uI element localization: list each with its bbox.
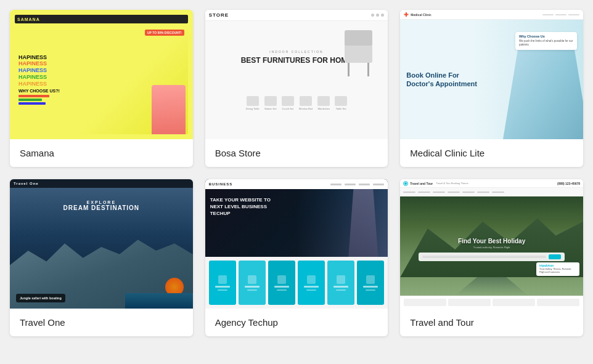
- tour-search-field: [422, 256, 546, 258]
- bosa-chair-leg-left: [348, 63, 350, 76]
- samana-hap-4: HAPINESS: [18, 74, 60, 81]
- tour-filter-duration: [493, 299, 535, 306]
- samana-why-text: WHY CHOOSE US?!: [18, 89, 60, 93]
- travel-one-label: Travel One: [10, 309, 193, 336]
- med-cross-icon: ✚: [404, 12, 409, 18]
- thumbnail-bosa-store: STORE INDOOR COLLECTION BEST FURNITURES …: [205, 10, 388, 139]
- thumbnail-agency-techup: BUSINESS TAKE YOUR WEBSITE TO NEXT LEVEL…: [205, 179, 388, 309]
- tour-booking-card: tripadvisor Tours Gallery, Themes, Roman…: [536, 262, 579, 276]
- tour-booking-title: tripadvisor: [539, 264, 576, 267]
- agency-svc-3: [268, 261, 295, 305]
- thumbnail-travel-one: Travel One EXPLORE DREAM DESTINATION Jun…: [10, 179, 193, 309]
- tour-filter-budget: [537, 299, 579, 306]
- agency-techup-label: Agency Techup: [205, 309, 388, 336]
- med-card-text: We push the limits of what's possible fo…: [519, 39, 573, 47]
- thumbnail-samana: SAMANA HAPINESS HAPINESS HAPINESS HAPINE…: [10, 10, 193, 139]
- tour-logo-text: Travel and Tour: [410, 182, 433, 185]
- theme-grid: SAMANA HAPINESS HAPINESS HAPINESS HAPINE…: [10, 10, 583, 336]
- agency-nav-link-3: [359, 184, 370, 185]
- agency-svc-4: [298, 261, 325, 305]
- bosa-icons-row: Dining Table Station Set Couch Set Windo…: [246, 96, 347, 110]
- tour-filter-destination: [404, 299, 446, 306]
- bosa-nav-dot-3: [381, 14, 384, 17]
- samana-hap-3: HAPINESS: [18, 67, 60, 74]
- samana-badge: UP TO 50% DISCOUNT!: [145, 30, 184, 36]
- samana-row-quality: [18, 95, 49, 97]
- samana-hap-1: HAPINESS: [18, 54, 60, 61]
- card-medical-clinic-lite[interactable]: ✚ Medical Clinic Book Online For Doctor'…: [400, 10, 583, 167]
- samana-model-decoration: [152, 85, 186, 134]
- bosa-nav-dot-2: [376, 14, 379, 17]
- travelone-safari-card: Jungle safari with boating: [16, 294, 65, 302]
- agency-svc-2: [239, 261, 266, 305]
- samana-logo-text: SAMANA: [17, 17, 40, 22]
- tour-phone: (888) 123-45678: [557, 182, 580, 185]
- travelone-destination-text: DREAM DESTINATION: [63, 204, 139, 211]
- medical-clinic-lite-label: Medical Clinic Lite: [400, 139, 583, 167]
- bosa-nav-dot-1: [371, 14, 374, 17]
- bosa-sub-text: INDOOR COLLECTION: [269, 50, 323, 54]
- card-samana[interactable]: SAMANA HAPINESS HAPINESS HAPINESS HAPINE…: [10, 10, 193, 167]
- tour-logo-icon: [403, 181, 408, 186]
- bosa-headline: BEST FURNITURES FOR HOME: [241, 56, 353, 66]
- travelone-card-text: Jungle safari with boating: [20, 296, 62, 300]
- samana-row-efficiency: [18, 102, 46, 105]
- agency-logo: BUSINESS: [209, 182, 233, 186]
- tour-filter-activities: [448, 299, 491, 306]
- card-agency-techup[interactable]: BUSINESS TAKE YOUR WEBSITE TO NEXT LEVEL…: [205, 179, 388, 336]
- thumbnail-travel-and-tour: Travel and Tour Travel & Tour Booking Th…: [400, 179, 583, 309]
- med-info-card: Why Choose Us We push the limits of what…: [515, 32, 577, 50]
- thumbnail-medical-clinic-lite: ✚ Medical Clinic Book Online For Doctor'…: [400, 10, 583, 139]
- samana-hap-5: HAPINESS: [18, 81, 60, 87]
- med-logo-text: Medical Clinic: [411, 13, 431, 17]
- agency-nav-link-1: [330, 184, 341, 185]
- card-travel-and-tour[interactable]: Travel and Tour Travel & Tour Booking Th…: [400, 179, 583, 336]
- agency-headline: TAKE YOUR WEBSITE TO NEXT LEVEL BUSINESS…: [210, 196, 284, 217]
- samana-row-energy: [18, 99, 42, 101]
- tour-search-bar-container: [419, 253, 565, 261]
- med-headline: Book Online For Doctor's Appointment: [406, 71, 480, 89]
- tour-headline: Find Your Best Holiday: [458, 238, 525, 245]
- tour-logo-sub: Travel & Tour Booking Theme: [436, 182, 468, 185]
- travelone-logo: Travel One: [14, 182, 39, 185]
- travelone-explore-text: EXPLORE: [87, 200, 116, 204]
- tour-filters-row: [400, 296, 583, 309]
- agency-svc-6: [357, 261, 384, 305]
- agency-svc-5: [327, 261, 354, 305]
- samana-hap-2: HAPINESS: [18, 60, 60, 67]
- agency-nav-link-4: [373, 184, 384, 185]
- bosa-chair-leg-right: [367, 63, 369, 76]
- agency-services-row: [205, 257, 388, 309]
- card-bosa-store[interactable]: STORE INDOOR COLLECTION BEST FURNITURES …: [205, 10, 388, 167]
- tour-subnav: [400, 188, 583, 196]
- bosa-logo: STORE: [209, 12, 229, 18]
- travel-and-tour-label: Travel and Tour: [400, 309, 583, 336]
- tour-search-button: [549, 254, 561, 259]
- travelone-sunset-area: [125, 265, 193, 309]
- card-travel-one[interactable]: Travel One EXPLORE DREAM DESTINATION Jun…: [10, 179, 193, 336]
- tour-booking-text: Tours Gallery, Themes, Romantic Flight a…: [539, 268, 576, 274]
- bosa-chair-back: [345, 30, 372, 46]
- samana-label: Samana: [10, 139, 193, 167]
- tour-sub2: Trusted authority, Romantic Flight: [473, 246, 510, 249]
- bosa-store-label: Bosa Store: [205, 139, 388, 167]
- agency-svc-1: [209, 261, 236, 305]
- agency-nav-link-2: [345, 184, 356, 185]
